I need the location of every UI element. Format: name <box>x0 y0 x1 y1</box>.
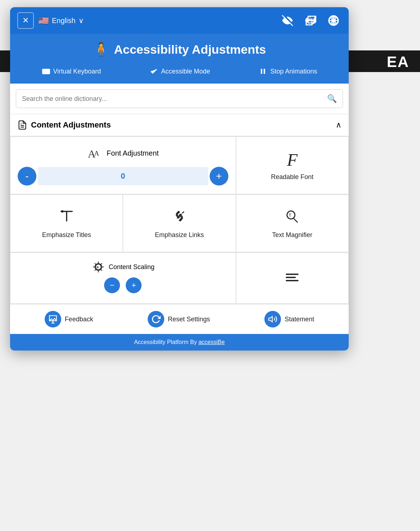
svg-text:A: A <box>94 150 99 157</box>
chevron-down-icon: ∨ <box>79 16 84 25</box>
svg-rect-52 <box>286 277 296 278</box>
scale-increase-button[interactable]: + <box>126 277 142 293</box>
section-header: Content Adjustments ∧ <box>10 114 349 136</box>
language-name: English <box>52 17 76 25</box>
text-magnifier-label: Text Magnifier <box>272 231 312 239</box>
svg-point-35 <box>61 210 63 213</box>
stop-animations-label: Stop Animations <box>270 68 317 75</box>
svg-rect-27 <box>261 69 262 74</box>
svg-rect-21 <box>43 70 44 71</box>
feedback-label: Feedback <box>65 316 93 323</box>
header-right <box>280 13 341 28</box>
font-adjustment-card[interactable]: A A Font Adjustment - 0 + <box>10 137 236 194</box>
reset-settings-button[interactable]: Reset Settings <box>148 311 210 327</box>
feedback-icon <box>45 311 61 327</box>
text-magnifier-icon: T <box>284 208 300 228</box>
accessibility-figure-icon: 🧍 <box>93 42 109 57</box>
stop-animations-action[interactable]: Stop Animations <box>259 67 317 76</box>
scale-decrease-button[interactable]: − <box>104 277 120 293</box>
readable-font-label: Readable Font <box>271 173 313 181</box>
svg-text:T: T <box>289 213 291 218</box>
svg-point-3 <box>332 19 336 23</box>
font-decrease-button[interactable]: - <box>18 167 36 186</box>
emphasize-titles-label: Emphasize Titles <box>42 231 91 239</box>
statement-button[interactable]: Statement <box>264 311 314 327</box>
panel-footer: Feedback Reset Settings Statement <box>10 304 349 334</box>
font-adjustment-header: A A Font Adjustment <box>87 145 159 161</box>
options-row-3: + Content Scaling − + <box>10 252 349 304</box>
content-scaling-header: + Content Scaling <box>91 260 155 274</box>
text-magnifier-card[interactable]: T Text Magnifier <box>236 195 349 252</box>
emphasize-titles-icon <box>59 208 75 228</box>
resize-button[interactable] <box>303 13 318 28</box>
virtual-keyboard-label: Virtual Keyboard <box>53 68 101 75</box>
accessible-mode-label: Accessible Mode <box>161 68 210 75</box>
svg-rect-26 <box>48 72 49 73</box>
section-title: Content Adjustments <box>17 120 111 130</box>
svg-rect-24 <box>43 72 44 73</box>
svg-rect-51 <box>286 274 299 275</box>
emphasize-links-card[interactable]: Emphasize Links <box>123 195 236 252</box>
svg-rect-25 <box>45 72 48 73</box>
search-icon: 🔍 <box>327 94 337 103</box>
accessibility-panel: ✕ 🇺🇸 English ∨ <box>10 7 349 351</box>
quick-actions-bar: Virtual Keyboard Accessible Mode Stop An… <box>10 63 349 84</box>
emphasize-links-label: Emphasize Links <box>155 231 204 239</box>
search-input[interactable] <box>22 95 323 103</box>
svg-rect-22 <box>45 70 46 71</box>
header-bar: ✕ 🇺🇸 English ∨ <box>10 7 349 34</box>
close-button[interactable]: ✕ <box>17 12 34 29</box>
background-text: EA <box>387 53 409 71</box>
font-value: 0 <box>38 167 208 185</box>
content-scaling-card[interactable]: + Content Scaling − + <box>10 253 236 304</box>
reset-icon <box>148 311 164 327</box>
statement-label: Statement <box>285 316 314 323</box>
svg-rect-53 <box>286 280 299 281</box>
emphasize-links-icon <box>171 208 187 228</box>
readable-font-icon: F <box>287 150 298 170</box>
search-input-wrap: 🔍 <box>16 89 343 108</box>
font-adjustment-label: Font Adjustment <box>107 149 159 157</box>
brand-footer: Accessibility Platform By accessiBe <box>10 334 349 351</box>
font-stepper: - 0 + <box>18 167 228 186</box>
content-scaling-label: Content Scaling <box>109 263 155 271</box>
language-selector[interactable]: 🇺🇸 English ∨ <box>38 15 84 26</box>
help-button[interactable] <box>326 13 341 28</box>
options-row-2: Emphasize Titles Emphasize Links <box>10 194 349 252</box>
svg-rect-28 <box>264 69 265 74</box>
text-align-card[interactable] <box>236 253 349 304</box>
panel-title: 🧍 Accessibility Adjustments <box>17 42 341 57</box>
header-left: ✕ 🇺🇸 English ∨ <box>17 12 84 29</box>
title-section: 🧍 Accessibility Adjustments <box>10 34 349 63</box>
font-increase-button[interactable]: + <box>210 167 228 186</box>
accessibe-link[interactable]: accessiBe <box>198 339 225 345</box>
search-section: 🔍 <box>10 84 349 114</box>
eye-slash-button[interactable] <box>280 13 295 28</box>
stepper-partial: − + <box>97 277 149 296</box>
svg-marker-56 <box>269 316 272 322</box>
options-row-1: A A Font Adjustment - 0 + F Readable Fon… <box>10 136 349 194</box>
content-adjustments-section: Content Adjustments ∧ A A Font Adjustmen… <box>10 114 349 304</box>
emphasize-titles-card[interactable]: Emphasize Titles <box>10 195 123 252</box>
reset-settings-label: Reset Settings <box>168 316 210 323</box>
virtual-keyboard-action[interactable]: Virtual Keyboard <box>42 67 101 76</box>
accessible-mode-action[interactable]: Accessible Mode <box>149 67 210 76</box>
flag-icon: 🇺🇸 <box>38 15 49 26</box>
readable-font-card[interactable]: F Readable Font <box>236 137 349 194</box>
feedback-button[interactable]: Feedback <box>45 311 93 327</box>
brand-text: Accessibility Platform By <box>134 339 198 345</box>
svg-line-38 <box>294 218 298 222</box>
collapse-icon[interactable]: ∧ <box>336 120 341 130</box>
statement-icon <box>264 311 281 327</box>
svg-rect-23 <box>47 70 48 71</box>
